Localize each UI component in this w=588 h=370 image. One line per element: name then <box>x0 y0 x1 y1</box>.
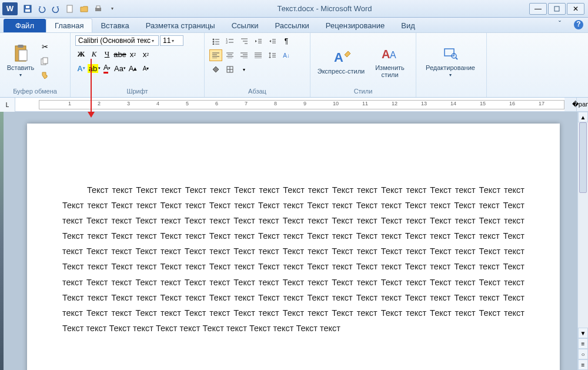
save-icon[interactable] <box>22 4 33 14</box>
browse-object-icon[interactable]: ○ <box>578 349 588 359</box>
justify-icon[interactable] <box>252 49 265 61</box>
horizontal-ruler[interactable]: 1234567891011121314151617 <box>15 98 564 111</box>
ruler-number: 16 <box>509 101 515 106</box>
show-marks-icon[interactable]: ¶ <box>280 35 293 47</box>
change-case-icon[interactable]: Aa▾ <box>114 62 126 74</box>
tab-mailings[interactable]: Рассылки <box>267 19 318 32</box>
underline-button[interactable]: Ч <box>101 48 113 60</box>
group-editing-label <box>421 86 482 96</box>
window-controls: — ✕ <box>529 3 588 15</box>
prev-page-icon[interactable]: ≡ <box>578 338 588 349</box>
svg-text:2: 2 <box>226 41 228 44</box>
subscript-button[interactable]: x2 <box>127 48 139 60</box>
window-title: Текст.docx - Microsoft Word <box>120 4 529 13</box>
svg-rect-3 <box>67 5 72 12</box>
minimize-ribbon-icon[interactable]: ˇ <box>559 20 568 29</box>
help-icon[interactable]: ? <box>574 20 583 29</box>
ruler-number: 9 <box>303 101 306 106</box>
scroll-track[interactable] <box>578 122 588 328</box>
font-color-icon[interactable]: A▾ <box>101 62 113 74</box>
close-button[interactable]: ✕ <box>567 3 584 15</box>
ruler-number: 3 <box>127 101 130 106</box>
superscript-button[interactable]: x2 <box>140 48 152 60</box>
scroll-down-icon[interactable]: ▼ <box>578 328 588 338</box>
ruler-area: L 1234567891011121314151617 �pane <box>0 98 588 112</box>
scroll-up-icon[interactable]: ▲ <box>578 112 588 122</box>
qat-customize-icon[interactable]: ▾ <box>107 4 118 14</box>
view-ruler-icon[interactable]: �pane <box>576 98 588 111</box>
tab-insert[interactable]: Вставка <box>92 19 137 32</box>
border-dropdown-icon[interactable]: ▾ <box>238 64 250 75</box>
file-tab[interactable]: Файл <box>4 19 46 32</box>
align-right-icon[interactable] <box>238 49 250 61</box>
multilevel-icon[interactable] <box>238 35 250 47</box>
titlebar: W ▾ Текст.docx - Microsoft Word — ✕ <box>0 0 588 18</box>
editing-button[interactable]: Редактирование ▾ <box>421 35 480 86</box>
strike-button[interactable]: abe <box>114 48 126 60</box>
bullets-icon[interactable] <box>209 35 222 47</box>
shading-icon[interactable] <box>209 64 222 75</box>
ruler-number: 1 <box>68 101 71 106</box>
ruler-number: 17 <box>539 101 544 106</box>
paste-button[interactable]: Вставить ▾ <box>5 35 36 86</box>
paste-label: Вставить <box>7 64 35 71</box>
redo-icon[interactable] <box>51 4 61 14</box>
font-name-value: Calibri (Основной текс <box>78 36 151 45</box>
sort-icon[interactable]: A↓ <box>280 49 293 61</box>
ruler-number: 4 <box>156 101 159 106</box>
document-text[interactable]: Текст текст Текст текст Текст текст Текс… <box>62 182 524 336</box>
align-center-icon[interactable] <box>223 49 236 61</box>
tab-review[interactable]: Рецензирование <box>318 19 393 32</box>
line-spacing-icon[interactable] <box>266 49 279 61</box>
undo-icon[interactable] <box>36 4 47 14</box>
open-icon[interactable] <box>79 4 89 14</box>
vertical-scrollbar: ▲ ▼ ≡ ○ ≡ <box>577 112 588 370</box>
svg-rect-11 <box>43 58 48 64</box>
word-app-icon: W <box>2 2 18 15</box>
group-styles: A Экспресс-стили AA Изменить стили Стили <box>310 33 416 97</box>
group-editing: Редактирование ▾ <box>416 33 487 97</box>
highlight-icon[interactable]: ab▾ <box>88 62 100 74</box>
new-icon[interactable] <box>65 4 75 14</box>
italic-button[interactable]: К <box>88 48 100 60</box>
svg-text:A: A <box>382 48 390 61</box>
tab-selector-icon[interactable]: L <box>0 98 15 112</box>
text-effects-icon[interactable]: A▾ <box>75 62 87 74</box>
align-left-icon[interactable] <box>209 49 222 61</box>
numbering-icon[interactable]: 12 <box>223 35 236 47</box>
copy-icon[interactable] <box>39 55 51 67</box>
quick-styles-button[interactable]: A Экспресс-стили <box>315 35 367 86</box>
ruler-number: 11 <box>362 101 368 106</box>
shrink-font-icon[interactable]: A▾ <box>140 62 152 74</box>
quick-styles-label: Экспресс-стили <box>318 68 365 75</box>
font-name-combo[interactable]: Calibri (Основной текс▾ <box>75 35 159 46</box>
next-page-icon[interactable]: ≡ <box>578 359 588 370</box>
tab-view[interactable]: Вид <box>393 19 423 32</box>
maximize-button[interactable] <box>548 3 566 15</box>
increase-indent-icon[interactable] <box>266 35 279 47</box>
change-styles-label: Изменить стили <box>369 64 410 78</box>
scroll-thumb[interactable] <box>579 122 587 193</box>
ruler-number: 2 <box>98 101 101 106</box>
group-paragraph-label: Абзац <box>209 86 305 96</box>
tab-page-layout[interactable]: Разметка страницы <box>138 19 223 32</box>
tab-home[interactable]: Главная <box>46 18 92 32</box>
borders-icon[interactable] <box>223 64 236 75</box>
svg-line-59 <box>456 58 457 59</box>
ruler-number: 13 <box>421 101 427 106</box>
quick-print-icon[interactable] <box>93 4 103 14</box>
minimize-button[interactable]: — <box>529 3 547 15</box>
ruler-number: 14 <box>450 101 456 106</box>
grow-font-icon[interactable]: A▴ <box>127 62 139 74</box>
svg-rect-9 <box>19 50 27 61</box>
format-painter-icon[interactable] <box>39 69 51 81</box>
quick-access-toolbar: ▾ <box>20 4 120 14</box>
document-page[interactable]: Текст текст Текст текст Текст текст Текс… <box>27 124 560 370</box>
cut-icon[interactable]: ✂ <box>39 41 51 53</box>
font-size-value: 11 <box>163 36 171 45</box>
change-styles-button[interactable]: AA Изменить стили <box>369 35 410 86</box>
font-size-combo[interactable]: 11▾ <box>160 35 183 46</box>
bold-button[interactable]: Ж <box>75 48 87 60</box>
decrease-indent-icon[interactable] <box>252 35 265 47</box>
tab-references[interactable]: Ссылки <box>223 19 267 32</box>
